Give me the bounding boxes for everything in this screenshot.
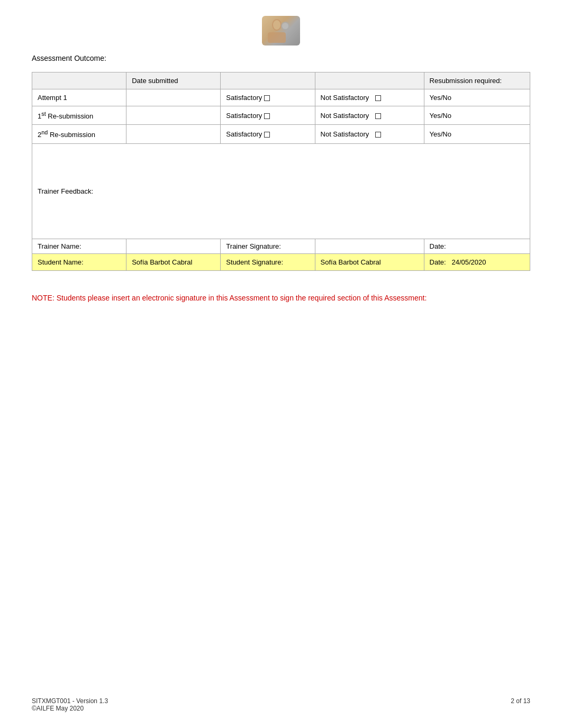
svg-point-4	[282, 23, 288, 29]
header-resubmission: Resubmission required:	[424, 72, 530, 89]
checkbox-sat-2	[264, 113, 270, 119]
student-date-label: Date:	[430, 258, 446, 266]
footer: SITXMGT001 - Version 1.3 ©AILFE May 2020…	[32, 697, 530, 712]
feedback-label: Trainer Feedback:	[38, 187, 524, 195]
note-section: NOTE: Students please insert an electron…	[32, 292, 530, 304]
header-satisfactory	[221, 72, 315, 89]
table-row: 1st Re-submission Satisfactory Not Satis…	[32, 106, 530, 125]
row3-date	[126, 125, 221, 143]
note-text: NOTE: Students please insert an electron…	[32, 292, 530, 304]
page: Assessment Outcome: Date submitted Resub…	[0, 0, 562, 728]
checkbox-sat-1	[264, 95, 270, 101]
trainer-name-value	[126, 239, 221, 253]
header-col1	[32, 72, 126, 89]
student-info-row: Student Name: Sofía Barbot Cabral Studen…	[32, 253, 530, 270]
logo-image	[262, 16, 300, 46]
footer-left: SITXMGT001 - Version 1.3 ©AILFE May 2020	[32, 697, 108, 712]
footer-version: SITXMGT001 - Version 1.3	[32, 697, 108, 705]
header-not-satisfactory	[315, 72, 424, 89]
trainer-date-value	[448, 242, 469, 250]
row2-yes-no: Yes/No	[424, 106, 530, 125]
outcome-table: Date submitted Resubmission required: At…	[32, 72, 530, 271]
trainer-date-area: Date:	[424, 239, 530, 253]
trainer-info-row: Trainer Name: Trainer Signature: Date:	[32, 239, 530, 253]
row1-satisfactory: Satisfactory	[221, 89, 315, 106]
header-date: Date submitted	[126, 72, 221, 89]
row1-yes-no: Yes/No	[424, 89, 530, 106]
table-row: 2nd Re-submission Satisfactory Not Satis…	[32, 125, 530, 143]
footer-page: 2 of 13	[511, 697, 530, 712]
trainer-sig-label: Trainer Signature:	[221, 239, 315, 253]
trainer-date-label: Date:	[430, 242, 446, 250]
student-name-value: Sofía Barbot Cabral	[126, 253, 221, 270]
row3-not-satisfactory: Not Satisfactory	[315, 125, 424, 143]
svg-point-1	[273, 20, 280, 30]
row3-yes-no: Yes/No	[424, 125, 530, 143]
svg-rect-2	[268, 32, 286, 43]
row2-date	[126, 106, 221, 125]
logo-area	[32, 16, 530, 46]
row2-satisfactory: Satisfactory	[221, 106, 315, 125]
checkbox-notsat-3	[375, 132, 381, 138]
table-row: Attempt 1 Satisfactory Not Satisfactory …	[32, 89, 530, 106]
checkbox-notsat-2	[375, 113, 381, 119]
feedback-cell: Trainer Feedback:	[32, 143, 530, 239]
row3-satisfactory: Satisfactory	[221, 125, 315, 143]
student-date-area: Date: 24/05/2020	[424, 253, 530, 270]
row1-not-satisfactory: Not Satisfactory	[315, 89, 424, 106]
student-name-label: Student Name:	[32, 253, 126, 270]
table-header-row: Date submitted Resubmission required:	[32, 72, 530, 89]
row1-date	[126, 89, 221, 106]
checkbox-notsat-1	[375, 95, 381, 101]
checkbox-sat-3	[264, 132, 270, 138]
feedback-row: Trainer Feedback:	[32, 143, 530, 239]
student-sig-value: Sofía Barbot Cabral	[315, 253, 424, 270]
row2-not-satisfactory: Not Satisfactory	[315, 106, 424, 125]
row3-label: 2nd Re-submission	[32, 125, 126, 143]
student-sig-label: Student Signature:	[221, 253, 315, 270]
row1-label: Attempt 1	[32, 89, 126, 106]
footer-copyright: ©AILFE May 2020	[32, 705, 108, 712]
trainer-sig-value	[315, 239, 424, 253]
trainer-name-label: Trainer Name:	[32, 239, 126, 253]
assessment-outcome-label: Assessment Outcome:	[32, 54, 530, 62]
student-date-value: 24/05/2020	[451, 258, 486, 266]
row2-label: 1st Re-submission	[32, 106, 126, 125]
